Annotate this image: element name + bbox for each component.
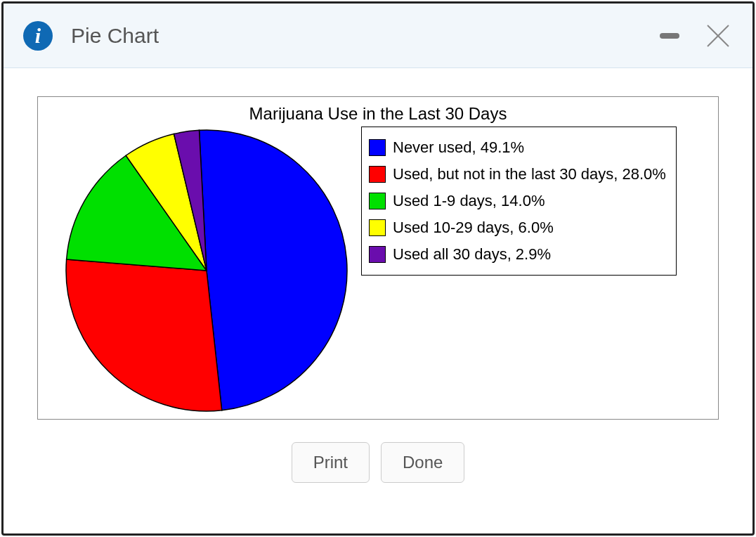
pie-chart — [52, 127, 361, 415]
legend-label: Never used, 49.1% — [393, 138, 524, 157]
legend-row: Never used, 49.1% — [369, 134, 666, 161]
chart-body: Never used, 49.1%Used, but not in the la… — [52, 127, 704, 415]
dialog-content: Marijuana Use in the Last 30 Days Never … — [4, 68, 752, 533]
legend-row: Used all 30 days, 2.9% — [369, 241, 666, 268]
minimize-button[interactable] — [660, 33, 679, 39]
legend-swatch — [369, 139, 386, 156]
dialog-title: Pie Chart — [71, 24, 660, 48]
legend-row: Used 1-9 days, 14.0% — [369, 188, 666, 214]
button-row: Print Done — [37, 420, 719, 494]
legend-label: Used 10-29 days, 6.0% — [393, 219, 554, 237]
chart-title: Marijuana Use in the Last 30 Days — [52, 104, 704, 124]
legend-row: Used, but not in the last 30 days, 28.0% — [369, 161, 666, 188]
legend-swatch — [369, 166, 386, 183]
dialog-window: i Pie Chart Marijuana Use in the Last 30… — [1, 1, 755, 536]
print-button[interactable]: Print — [292, 442, 370, 483]
legend: Never used, 49.1%Used, but not in the la… — [361, 127, 677, 276]
legend-label: Used 1-9 days, 14.0% — [393, 192, 545, 210]
pie-slice — [200, 130, 347, 410]
legend-swatch — [369, 193, 386, 209]
legend-swatch — [369, 246, 386, 263]
legend-label: Used, but not in the last 30 days, 28.0% — [393, 165, 666, 183]
chart-frame: Marijuana Use in the Last 30 Days Never … — [37, 96, 719, 420]
pie-slice — [66, 259, 222, 411]
legend-swatch — [369, 219, 386, 236]
titlebar: i Pie Chart — [4, 4, 752, 68]
close-button[interactable] — [706, 24, 730, 48]
close-icon — [706, 24, 730, 48]
info-icon: i — [23, 21, 53, 51]
done-button[interactable]: Done — [381, 442, 464, 483]
legend-row: Used 10-29 days, 6.0% — [369, 214, 666, 241]
legend-label: Used all 30 days, 2.9% — [393, 245, 551, 264]
